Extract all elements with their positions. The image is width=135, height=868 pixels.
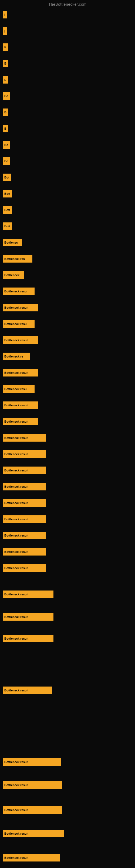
bar-label: Bottleneck result xyxy=(3,532,46,539)
bar-row: B xyxy=(3,125,8,132)
bar-label: Bottleneck result xyxy=(3,304,38,311)
bar-label: Bottleneck resu xyxy=(3,385,35,393)
bar-label: Bottleneck result xyxy=(3,369,38,376)
bar-row: | xyxy=(3,27,7,35)
bar-label: Bottleneck result xyxy=(3,613,53,621)
bar-row: Bott xyxy=(3,190,12,197)
bar-label: Bottleneck result xyxy=(3,467,46,474)
bar-row: Bottlenec xyxy=(3,239,22,246)
bar-row: E xyxy=(3,43,8,51)
bar-row: Bottleneck result xyxy=(3,830,64,837)
bar-row: Bottleneck result xyxy=(3,635,53,642)
bar-label: Bottleneck result xyxy=(3,418,38,425)
bar-label: B xyxy=(3,125,8,132)
site-title: TheBottlenecker.com xyxy=(0,0,135,8)
bar-row: Bottleneck result xyxy=(3,304,38,311)
bar-label: Bottleneck result xyxy=(3,401,38,409)
bar-label: Bottleneck result xyxy=(3,483,46,490)
bar-row: Bottleneck xyxy=(3,271,24,279)
bar-label: Bottleneck result xyxy=(3,686,52,694)
bar-label: Bott xyxy=(3,222,12,230)
bar-label: Bottleneck result xyxy=(3,516,46,523)
bar-label: Bottleneck result xyxy=(3,806,62,814)
bar-row: Bottleneck resu xyxy=(3,385,35,393)
bar-label: B xyxy=(3,60,8,67)
bar-row: Bottleneck resu xyxy=(3,320,35,328)
page-wrapper: TheBottlenecker.com ||EBEBoBBBoBoBotBott… xyxy=(0,0,135,868)
bar-row: Bottleneck re xyxy=(3,352,30,360)
bar-row: Bo xyxy=(3,157,10,165)
bar-row: Bottleneck result xyxy=(3,686,52,694)
bar-label: Bottleneck result xyxy=(3,758,61,766)
bar-row: Bottleneck result xyxy=(3,613,53,621)
bar-row: Bott xyxy=(3,206,12,214)
bar-label: Bot xyxy=(3,174,11,181)
bar-row: Bottleneck result xyxy=(3,532,46,539)
bar-row: Bottleneck result xyxy=(3,336,38,344)
bar-label: E xyxy=(3,76,8,84)
bar-row: Bottleneck result xyxy=(3,450,46,458)
bar-row: Bottleneck result xyxy=(3,548,46,556)
bar-row: Bott xyxy=(3,222,12,230)
bar-row: Bo xyxy=(3,141,10,149)
bar-row: Bottleneck result xyxy=(3,590,53,598)
bar-row: | xyxy=(3,11,7,19)
bar-row: Bottleneck result xyxy=(3,418,38,425)
bar-row: Bottleneck result xyxy=(3,483,46,490)
bar-label: Bottleneck result xyxy=(3,499,46,507)
bar-row: Bottleneck result xyxy=(3,781,62,789)
bar-label: Bottleneck result xyxy=(3,781,62,789)
bar-row: Bottleneck result xyxy=(3,499,46,507)
bar-label: Bo xyxy=(3,141,10,149)
bar-label: Bottleneck result xyxy=(3,548,46,556)
bar-label: Bottleneck resu xyxy=(3,320,35,328)
bar-row: Bottleneck result xyxy=(3,564,46,572)
bar-row: Bottleneck result xyxy=(3,854,60,862)
bar-label: Bottleneck result xyxy=(3,830,64,837)
bar-label: Bottleneck result xyxy=(3,564,46,572)
bar-label: Bo xyxy=(3,157,10,165)
bar-label: Bottleneck result xyxy=(3,434,46,442)
bar-label: Bottleneck result xyxy=(3,590,53,598)
bar-row: Bo xyxy=(3,92,10,100)
bar-label: | xyxy=(3,27,7,35)
bar-label: Bottleneck xyxy=(3,271,24,279)
bar-label: Bottleneck re xyxy=(3,352,30,360)
bar-label: | xyxy=(3,11,7,19)
bar-label: B xyxy=(3,108,8,116)
bar-row: B xyxy=(3,60,8,67)
bar-label: Bottleneck result xyxy=(3,336,38,344)
bar-row: B xyxy=(3,108,8,116)
bar-row: Bottleneck res xyxy=(3,255,32,262)
bar-row: Bottleneck result xyxy=(3,401,38,409)
bar-label: Bottleneck result xyxy=(3,635,53,642)
bar-label: E xyxy=(3,43,8,51)
bar-label: Bott xyxy=(3,190,12,197)
bar-row: Bottleneck result xyxy=(3,467,46,474)
bar-row: Bottleneck resu xyxy=(3,287,35,295)
bar-row: Bottleneck result xyxy=(3,434,46,442)
bar-row: Bottleneck result xyxy=(3,516,46,523)
bar-label: Bottleneck result xyxy=(3,450,46,458)
bar-row: Bottleneck result xyxy=(3,758,61,766)
bar-row: Bottleneck result xyxy=(3,806,62,814)
bar-label: Bottleneck result xyxy=(3,854,60,862)
bar-row: E xyxy=(3,76,8,84)
bar-label: Bo xyxy=(3,92,10,100)
bar-row: Bot xyxy=(3,174,11,181)
bar-label: Bottleneck res xyxy=(3,255,32,262)
bar-row: Bottleneck result xyxy=(3,369,38,376)
bar-label: Bottleneck resu xyxy=(3,287,35,295)
bar-label: Bott xyxy=(3,206,12,214)
bar-label: Bottlenec xyxy=(3,239,22,246)
